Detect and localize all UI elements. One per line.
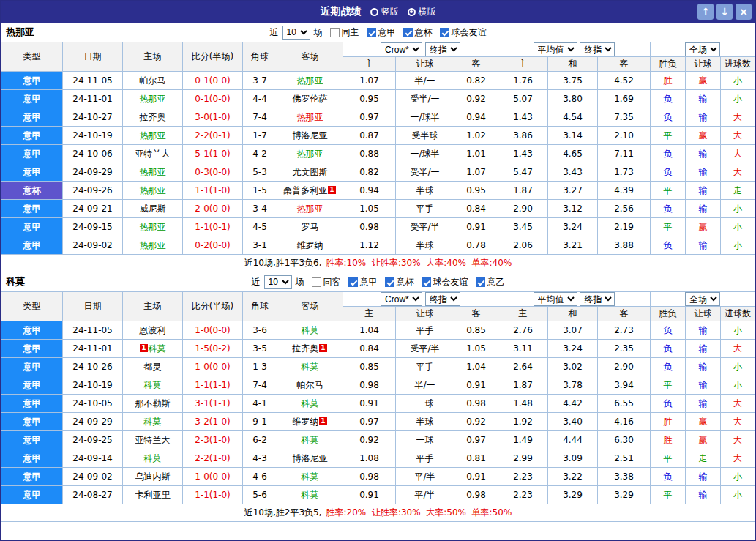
team-name: 热那亚 [140, 222, 166, 232]
average-select[interactable]: 平均值 [534, 42, 577, 56]
final-odds-select-2[interactable]: 终指 [580, 42, 615, 56]
recent-games-select[interactable]: 10 [282, 26, 310, 40]
result-wdl: 胜 [651, 431, 686, 449]
home-team-cell: 乌迪内斯 [123, 468, 183, 486]
avg-draw-odds: 3.75 [548, 72, 598, 90]
result-goals: 小 [721, 358, 755, 376]
checkbox-checked-icon[interactable] [440, 28, 449, 37]
away-team-cell: 科莫 [277, 431, 343, 449]
team-name: 科莫 [302, 398, 319, 408]
checkbox-checked-icon[interactable] [476, 277, 485, 287]
result-handicap: 输 [686, 182, 721, 200]
date-cell: 24-09-29 [63, 163, 123, 182]
filter-checkbox[interactable]: 意杯 [403, 26, 433, 39]
handicap-line: 一/球半 [396, 145, 454, 163]
layout-radio-horizontal[interactable]: 横版 [408, 6, 436, 18]
red-card-badge: 1 [140, 344, 147, 352]
handicap-odds-group-header: Crow* 终指 [343, 42, 498, 57]
avg-home-odds: 2.64 [498, 358, 548, 376]
away-team-cell: 科莫 [277, 321, 343, 340]
games-unit-label: 场 [314, 26, 323, 39]
checkbox-checked-icon[interactable] [348, 277, 358, 287]
full-match-select[interactable]: 全场 [685, 292, 720, 306]
team-name: 都灵 [144, 362, 162, 372]
close-button[interactable]: × [736, 4, 752, 20]
avg-draw-odds: 3.12 [548, 200, 598, 218]
red-card-badge: 1 [319, 344, 326, 352]
checkbox-unchecked-icon[interactable] [330, 28, 340, 37]
radio-unselected-icon[interactable] [370, 8, 378, 16]
corner-cell: 3-6 [243, 321, 277, 340]
team-name: 热那亚 [140, 167, 166, 177]
move-down-button[interactable]: ↓ [716, 4, 733, 20]
filter-checkbox[interactable]: 球会友谊 [422, 276, 468, 288]
handicap-line: 受平/半 [396, 218, 454, 236]
final-odds-select-1[interactable]: 终指 [425, 292, 460, 306]
handicap-line: 一球 [396, 395, 454, 413]
team-name: 恩波利 [140, 325, 166, 335]
filter-checkbox[interactable]: 意乙 [476, 276, 505, 288]
checkbox-checked-icon[interactable] [367, 28, 376, 37]
filter-checkbox[interactable]: 意甲 [348, 276, 378, 288]
checkbox-checked-icon[interactable] [385, 277, 394, 287]
checkbox-label: 球会友谊 [452, 26, 487, 39]
filter-checkbox[interactable]: 意杯 [385, 276, 414, 288]
team-name: 拉齐奥 [140, 112, 166, 122]
corner-cell: 1-5 [243, 182, 277, 200]
average-select[interactable]: 平均值 [534, 292, 577, 306]
subcol-avg-away: 客 [598, 307, 651, 321]
result-handicap: 输 [686, 163, 721, 182]
competition-cell: 意甲 [1, 200, 63, 218]
avg-draw-odds: 3.27 [548, 182, 598, 200]
filter-checkbox[interactable]: 同客 [312, 276, 341, 288]
subcol-avg-home: 主 [498, 307, 548, 321]
bookmaker-select[interactable]: Crow* [381, 292, 422, 306]
team-name: 那不勒斯 [135, 398, 171, 408]
score-cell: 0-3(0-0) [183, 163, 243, 182]
filter-checkbox[interactable]: 意甲 [367, 26, 396, 39]
recent-games-select[interactable]: 10 [264, 275, 292, 289]
near-label: 近 [252, 276, 261, 288]
handicap-away-odds: 1.04 [454, 358, 498, 376]
layout-radio-vertical[interactable]: 竖版 [370, 6, 399, 18]
score-cell: 1-1(1-0) [183, 486, 243, 504]
avg-away-odds: 4.52 [598, 72, 651, 90]
avg-away-odds: 6.55 [598, 395, 651, 413]
col-header-away: 客场 [277, 42, 343, 72]
date-cell: 24-10-06 [63, 145, 123, 163]
filter-checkbox[interactable]: 球会友谊 [440, 26, 487, 39]
result-goals: 大 [721, 163, 755, 182]
home-team-cell: 恩波利 [123, 321, 183, 340]
avg-home-odds: 1.43 [498, 145, 548, 163]
result-goals: 大 [721, 145, 755, 163]
competition-cell: 意甲 [1, 376, 63, 395]
corner-cell: 5-6 [243, 486, 277, 504]
home-team-cell: 帕尔马 [123, 72, 183, 90]
checkbox-checked-icon[interactable] [422, 277, 431, 287]
date-cell: 24-09-26 [63, 182, 123, 200]
away-team-cell: 热那亚 [277, 200, 343, 218]
result-goals: 小 [721, 236, 755, 255]
final-odds-select-2[interactable]: 终指 [580, 292, 615, 306]
filter-checkbox[interactable]: 同主 [330, 26, 359, 39]
checkbox-checked-icon[interactable] [403, 28, 413, 37]
result-handicap: 赢 [686, 72, 721, 90]
full-match-select[interactable]: 全场 [685, 42, 720, 56]
move-up-button[interactable]: ↑ [697, 4, 714, 20]
avg-home-odds: 3.86 [498, 127, 548, 145]
handicap-line: 受半球 [396, 127, 454, 145]
bookmaker-select[interactable]: Crow* [381, 42, 422, 56]
team-name: 帕尔马 [297, 380, 323, 390]
team-name: 亚特兰大 [135, 149, 171, 159]
result-handicap: 赢 [686, 413, 721, 431]
checkbox-unchecked-icon[interactable] [312, 277, 321, 287]
result-wdl: 负 [651, 321, 686, 340]
avg-draw-odds: 3.02 [548, 358, 598, 376]
radio-selected-icon[interactable] [408, 8, 416, 16]
competition-cell: 意甲 [1, 431, 63, 449]
col-header-home: 主场 [123, 42, 183, 72]
corner-cell: 4-3 [243, 449, 277, 468]
final-odds-select-1[interactable]: 终指 [425, 42, 460, 56]
avg-away-odds: 2.51 [598, 449, 651, 468]
handicap-away-odds: 0.81 [454, 449, 498, 468]
